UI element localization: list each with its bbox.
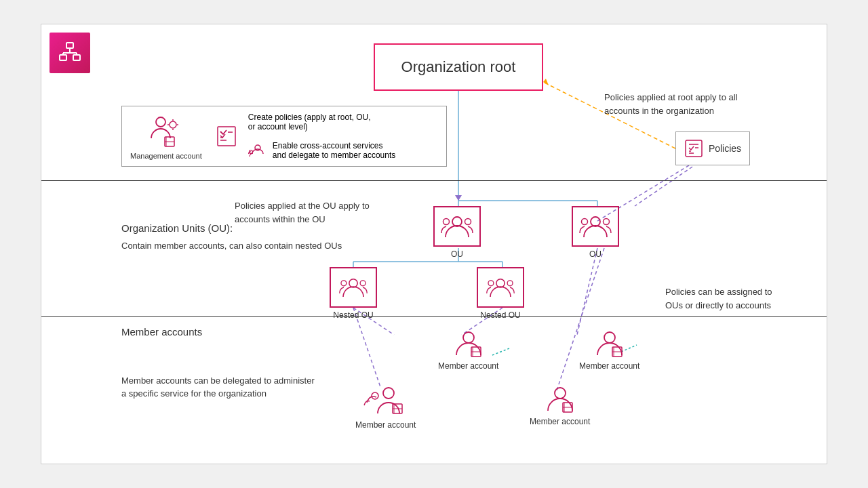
org-root-label: Organization root — [401, 58, 516, 76]
svg-point-47 — [255, 145, 260, 150]
member-section-text: Member accounts Member accounts can be d… — [121, 325, 338, 401]
svg-point-74 — [555, 388, 566, 399]
svg-point-59 — [488, 281, 494, 286]
member2-icon — [592, 328, 627, 359]
ou2-icon — [578, 213, 612, 240]
svg-rect-27 — [686, 140, 702, 157]
svg-line-15 — [577, 248, 597, 335]
nested-ou2-label: Nested OU — [480, 310, 520, 320]
divider-1 — [41, 180, 827, 181]
svg-rect-20 — [66, 43, 73, 48]
slide: Organization root Policies applied at ro… — [41, 24, 827, 464]
svg-point-58 — [496, 279, 505, 287]
policies-note-1: Policies applied at root apply to allacc… — [604, 91, 740, 117]
mgmt-icon — [147, 113, 185, 150]
svg-point-54 — [604, 219, 610, 225]
member2-label: Member account — [579, 361, 639, 371]
logo-box — [50, 33, 90, 73]
svg-point-32 — [156, 117, 165, 127]
divider-2 — [41, 316, 827, 317]
ou1-label: OU — [451, 249, 463, 259]
member1-node: Member account — [438, 328, 498, 371]
svg-point-65 — [604, 332, 615, 343]
svg-marker-9 — [543, 79, 549, 85]
create-policy-icon-group — [212, 126, 236, 146]
nested-ou1-icon — [338, 275, 368, 300]
member2-node: Member account — [579, 328, 639, 371]
member4-icon — [542, 384, 578, 414]
bullet-2: Enable cross-account servicesand delegat… — [273, 141, 395, 160]
member1-label: Member account — [438, 361, 498, 371]
svg-marker-19 — [455, 195, 462, 201]
svg-point-69 — [372, 392, 378, 399]
svg-point-56 — [341, 281, 347, 286]
svg-rect-21 — [60, 55, 66, 60]
member4-node: Member account — [530, 384, 590, 426]
ou1-node: OU — [433, 206, 481, 259]
svg-point-50 — [443, 219, 450, 225]
nested-ou1-box — [330, 267, 377, 308]
ou1-icon — [440, 213, 474, 240]
nested-ou2-box — [477, 267, 524, 308]
policies-box: Policies — [675, 131, 750, 165]
nested-ou2-icon — [486, 275, 515, 300]
logo-icon — [57, 40, 83, 66]
svg-point-51 — [465, 219, 471, 225]
delegate-icon — [248, 143, 269, 158]
org-root-box: Organization root — [374, 43, 543, 91]
mgmt-text-block: Create policies (apply at root, OU,or ac… — [248, 113, 395, 160]
mgmt-account-box: Management account Create policies (appl… — [121, 106, 447, 167]
member3-label: Member account — [355, 420, 416, 430]
svg-point-53 — [582, 219, 588, 225]
svg-point-52 — [591, 217, 600, 226]
mgmt-icon-group: Management account — [130, 113, 202, 160]
member3-icon — [363, 384, 409, 418]
svg-point-57 — [360, 281, 366, 286]
ou2-node: OU — [572, 206, 619, 259]
nested-ou1-label: Nested OU — [333, 310, 373, 320]
member1-icon — [451, 328, 486, 359]
nested-ou2-node: Nested OU — [477, 267, 524, 320]
svg-point-49 — [452, 217, 462, 226]
ou2-box — [572, 206, 619, 247]
ou1-box — [433, 206, 481, 247]
ou2-label: OU — [589, 249, 601, 259]
svg-point-55 — [349, 279, 357, 287]
ou-desc: Contain member accounts, can also contai… — [121, 239, 342, 253]
svg-rect-41 — [218, 127, 235, 146]
svg-line-11 — [635, 167, 692, 206]
svg-point-33 — [170, 121, 176, 128]
svg-rect-22 — [73, 55, 80, 60]
svg-point-61 — [463, 332, 474, 343]
bullet-1: Create policies (apply at root, OU,or ac… — [248, 113, 395, 131]
policies-label: Policies — [709, 143, 741, 154]
policies-icon — [684, 139, 703, 158]
nested-ou1-node: Nested OU — [330, 267, 377, 320]
svg-point-60 — [507, 281, 513, 286]
checklist-icon — [217, 126, 236, 146]
member3-node: Member account — [355, 384, 416, 430]
mgmt-account-label: Management account — [130, 152, 202, 160]
member4-label: Member account — [530, 417, 590, 426]
member-title: Member accounts — [121, 325, 338, 340]
ou-note: Policies applied at the OU apply toaccou… — [235, 199, 391, 226]
member-desc: Member accounts can be delegated to admi… — [121, 374, 338, 401]
policies-assign-note: Policies can be assigned toOUs or direct… — [665, 285, 808, 312]
svg-point-70 — [383, 388, 394, 399]
